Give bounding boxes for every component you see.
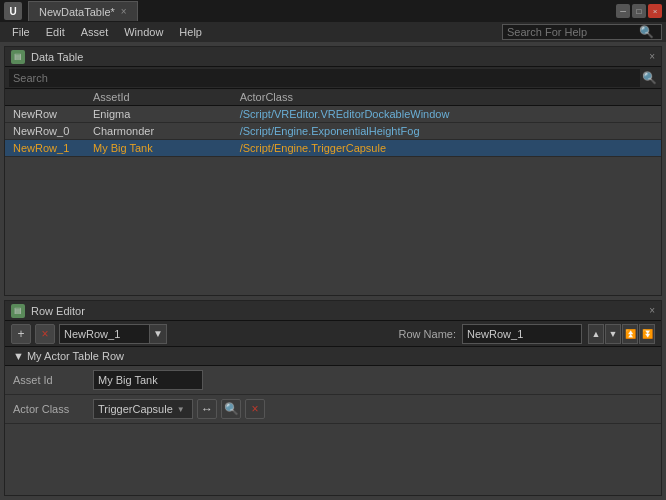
row-asset-id-cell: My Big Tank [85, 140, 232, 157]
section-header: ▼ My Actor Table Row [5, 347, 661, 366]
row-editor-panel-close[interactable]: × [649, 305, 655, 316]
row-actor-class-cell: /Script/VREditor.VREditorDockableWindow [232, 106, 661, 123]
table-row[interactable]: NewRow_1My Big Tank/Script/Engine.Trigge… [5, 140, 661, 157]
col-header-row-id [5, 89, 85, 106]
data-table-panel-close[interactable]: × [649, 51, 655, 62]
maximize-button[interactable]: □ [632, 4, 646, 18]
data-table: AssetId ActorClass NewRowEnigma/Script/V… [5, 89, 661, 157]
row-asset-id-cell: Enigma [85, 106, 232, 123]
table-row[interactable]: NewRow_0Charmonder/Script/Engine.Exponen… [5, 123, 661, 140]
row-editor-toolbar: + × ▼ Row Name: ▲ ▼ ⏫ ⏬ [5, 321, 661, 347]
tab-label: NewDataTable* [39, 6, 115, 18]
delete-row-button[interactable]: × [35, 324, 55, 344]
row-actor-class-cell: /Script/Engine.ExponentialHeightFog [232, 123, 661, 140]
add-row-button[interactable]: + [11, 324, 31, 344]
row-select-input[interactable] [59, 324, 149, 344]
logo-text: U [9, 6, 16, 17]
col-header-asset-id: AssetId [85, 89, 232, 106]
section-title: ▼ My Actor Table Row [13, 350, 124, 362]
close-window-button[interactable]: × [648, 4, 662, 18]
data-table-panel-title: Data Table [31, 51, 83, 63]
help-search-icon: 🔍 [639, 25, 654, 39]
row-editor-content: ▼ My Actor Table Row Asset Id Actor Clas… [5, 347, 661, 424]
data-table-panel-header: ▤ Data Table × [5, 47, 661, 67]
row-name-input[interactable] [462, 324, 582, 344]
menu-asset[interactable]: Asset [73, 24, 117, 40]
nav-next-button[interactable]: ▼ [605, 324, 621, 344]
menu-window[interactable]: Window [116, 24, 171, 40]
help-search-bar[interactable]: 🔍 [502, 24, 662, 40]
table-row[interactable]: NewRowEnigma/Script/VREditor.VREditorDoc… [5, 106, 661, 123]
row-editor-panel: ▤ Row Editor × + × ▼ Row Name: ▲ ▼ [5, 301, 661, 495]
row-name-label: Row Name: [399, 328, 456, 340]
row-id-cell: NewRow [5, 106, 85, 123]
row-id-cell: NewRow_0 [5, 123, 85, 140]
row-editor-section: ▤ Row Editor × + × ▼ Row Name: ▲ ▼ [4, 300, 662, 496]
actor-class-dropdown[interactable]: TriggerCapsule ▼ [93, 399, 193, 419]
actor-class-browse-button[interactable]: ↔ [197, 399, 217, 419]
nav-prev-button[interactable]: ▲ [588, 324, 604, 344]
row-selector: ▼ [59, 324, 167, 344]
row-editor-panel-icon: ▤ [11, 304, 25, 318]
row-editor-panel-title: Row Editor [31, 305, 85, 317]
title-bar: U NewDataTable* × ─ □ × [0, 0, 666, 22]
actor-class-label: Actor Class [13, 403, 93, 415]
data-table-panel-icon: ▤ [11, 50, 25, 64]
menu-help[interactable]: Help [171, 24, 210, 40]
menu-file[interactable]: File [4, 24, 38, 40]
actor-class-search-button[interactable]: 🔍 [221, 399, 241, 419]
data-table-search-input[interactable] [9, 69, 640, 87]
actor-class-dropdown-arrow: ▼ [177, 405, 185, 414]
menu-edit[interactable]: Edit [38, 24, 73, 40]
tab-close-button[interactable]: × [121, 6, 127, 17]
asset-id-input[interactable] [93, 370, 203, 390]
help-search-input[interactable] [507, 26, 637, 38]
actor-class-value: TriggerCapsule [98, 403, 173, 415]
actor-class-actions: ↔ 🔍 × [197, 399, 265, 419]
data-table-search-row: 🔍 [5, 67, 661, 89]
nav-last-button[interactable]: ⏬ [639, 324, 655, 344]
row-editor-panel-header: ▤ Row Editor × [5, 301, 661, 321]
menu-bar: File Edit Asset Window Help 🔍 [0, 22, 666, 42]
window-controls: ─ □ × [616, 4, 662, 18]
document-tab[interactable]: NewDataTable* × [28, 1, 138, 21]
asset-id-field-row: Asset Id [5, 366, 661, 395]
row-asset-id-cell: Charmonder [85, 123, 232, 140]
col-header-actor-class: ActorClass [232, 89, 661, 106]
row-nav-buttons: ▲ ▼ ⏫ ⏬ [588, 324, 655, 344]
asset-id-label: Asset Id [13, 374, 93, 386]
minimize-button[interactable]: ─ [616, 4, 630, 18]
app-logo: U [4, 2, 22, 20]
row-select-dropdown-btn[interactable]: ▼ [149, 324, 167, 344]
data-table-search-icon: 🔍 [642, 71, 657, 85]
nav-first-button[interactable]: ⏫ [622, 324, 638, 344]
row-name-section: Row Name: ▲ ▼ ⏫ ⏬ [399, 324, 655, 344]
data-table-section: ▤ Data Table × 🔍 AssetId ActorClass [0, 42, 666, 300]
actor-class-clear-button[interactable]: × [245, 399, 265, 419]
row-id-cell: NewRow_1 [5, 140, 85, 157]
data-table-panel: ▤ Data Table × 🔍 AssetId ActorClass [4, 46, 662, 296]
row-actor-class-cell: /Script/Engine.TriggerCapsule [232, 140, 661, 157]
actor-class-field-row: Actor Class TriggerCapsule ▼ ↔ 🔍 × [5, 395, 661, 424]
